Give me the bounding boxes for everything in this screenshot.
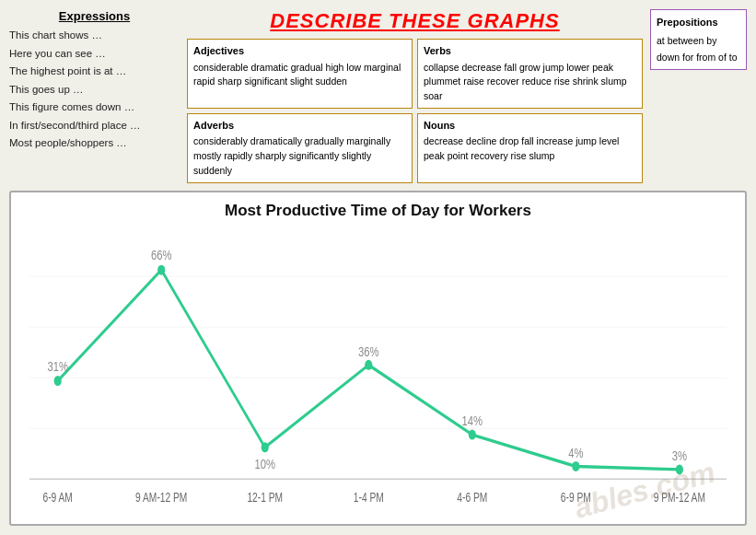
adjectives-content: considerable dramatic gradual high low m… [193,61,406,90]
verbs-title: Verbs [424,43,636,59]
svg-text:9 PM-12 AM: 9 PM-12 AM [654,490,705,505]
svg-point-9 [469,429,476,439]
prepositions-content: at between by down for from of to [657,33,740,66]
svg-point-5 [54,376,62,386]
svg-point-6 [157,264,165,274]
adverbs-title: Adverbs [193,118,406,134]
adjectives-box: Adjectives considerable dramatic gradual… [187,39,413,109]
svg-text:14%: 14% [462,413,483,428]
adverbs-content: considerably dramatically gradually marg… [193,134,406,178]
verbs-box: Verbs collapse decrease fall grow jump l… [417,39,643,109]
svg-text:36%: 36% [358,343,379,359]
svg-text:4-6 PM: 4-6 PM [457,490,487,505]
prepositions-panel: Prepositions at between by down for from… [650,9,747,183]
svg-text:3%: 3% [672,447,687,462]
expression-item: Most people/shoppers … [9,134,180,153]
page: Expressions This chart shows … Here you … [0,0,756,535]
prepositions-title: Prepositions [657,14,740,31]
chart-section: Most Productive Time of Day for Workers [9,191,747,527]
svg-text:6-9 PM: 6-9 PM [561,490,591,505]
expression-item: This chart shows … [9,27,180,45]
nouns-title: Nouns [424,118,636,134]
svg-text:31%: 31% [47,358,68,374]
page-title: DESCRIBE THESE GRAPHS [270,9,559,33]
svg-text:10%: 10% [254,456,275,471]
svg-point-7 [262,442,269,452]
svg-point-11 [676,464,683,474]
nouns-box: Nouns decrease decline drop fall increas… [417,113,643,183]
svg-text:12-1 PM: 12-1 PM [247,490,283,505]
center-area: DESCRIBE THESE GRAPHS Adjectives conside… [187,9,643,183]
expression-item: Here you can see … [9,45,180,64]
expressions-panel: Expressions This chart shows … Here you … [9,9,180,183]
svg-text:4%: 4% [568,445,583,460]
chart-title: Most Productive Time of Day for Workers [29,202,727,220]
svg-point-8 [365,359,372,369]
top-section: Expressions This chart shows … Here you … [9,9,747,183]
expression-item: The highest point is at … [9,63,180,81]
adjectives-title: Adjectives [193,43,406,59]
prepositions-box: Prepositions at between by down for from… [650,9,747,70]
expression-item: In first/second/third place … [9,117,180,135]
chart-area: 31% 66% 10% 36% 14% 4% 3% 6-9 AM 9 AM-12… [29,226,727,518]
line-chart: 31% 66% 10% 36% 14% 4% 3% 6-9 AM 9 AM-12… [29,226,727,518]
nouns-content: decrease decline drop fall increase jump… [424,134,636,164]
expressions-title: Expressions [9,9,180,23]
expressions-list: This chart shows … Here you can see … Th… [9,27,180,153]
svg-point-10 [572,460,579,471]
expression-item: This figure comes down … [9,99,180,117]
svg-text:9 AM-12 PM: 9 AM-12 PM [135,490,187,505]
expression-item: This goes up … [9,81,180,99]
svg-text:66%: 66% [151,247,172,262]
svg-text:6-9 AM: 6-9 AM [43,490,73,505]
adverbs-box: Adverbs considerably dramatically gradua… [187,113,413,183]
svg-text:1-4 PM: 1-4 PM [354,490,384,505]
vocab-grid: Adjectives considerable dramatic gradual… [187,39,643,183]
verbs-content: collapse decrease fall grow jump lower p… [424,61,636,104]
